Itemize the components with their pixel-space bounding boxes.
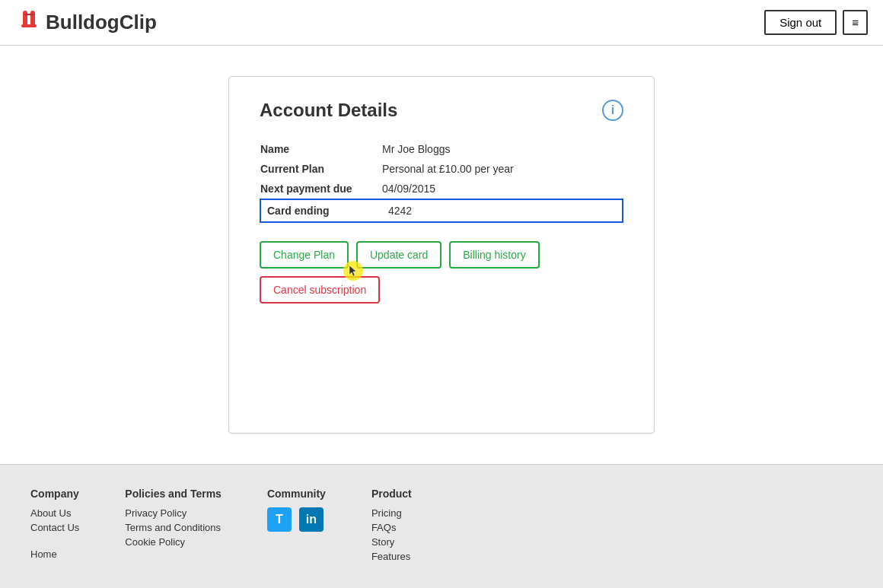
value-plan: Personal at £10.00 per year (382, 159, 623, 179)
twitter-icon[interactable]: T (267, 507, 292, 532)
footer-link-home[interactable]: Home (30, 548, 79, 560)
footer-policies-heading: Policies and Terms (125, 488, 222, 500)
footer-link-cookie[interactable]: Cookie Policy (125, 536, 222, 548)
logo-icon (15, 9, 43, 37)
header: BulldogClip Sign out ≡ (0, 0, 883, 46)
main-content: Account Details i Name Mr Joe Bloggs Cur… (0, 46, 883, 464)
billing-history-button[interactable]: Billing history (449, 241, 539, 269)
footer-link-contact[interactable]: Contact Us (30, 522, 79, 533)
table-row-name: Name Mr Joe Bloggs (260, 139, 623, 159)
table-row-plan: Current Plan Personal at £10.00 per year (260, 159, 623, 179)
footer-link-about[interactable]: About Us (30, 507, 79, 519)
logo-text: BulldogClip (46, 11, 157, 34)
footer: Company About Us Contact Us Home Policie… (0, 464, 883, 588)
svg-rect-2 (21, 24, 37, 27)
svg-rect-0 (23, 11, 27, 26)
menu-button[interactable]: ≡ (843, 10, 868, 35)
card-header: Account Details i (260, 100, 623, 121)
value-payment: 04/09/2015 (382, 179, 623, 199)
info-icon[interactable]: i (602, 100, 623, 121)
footer-community-heading: Community (267, 488, 326, 500)
logo: BulldogClip (15, 9, 157, 37)
footer-inner: Company About Us Contact Us Home Policie… (30, 488, 853, 565)
update-card-button[interactable]: Update card (356, 241, 442, 269)
card-actions: Change Plan Update card Billing history … (260, 241, 623, 304)
value-name: Mr Joe Bloggs (382, 139, 623, 159)
table-row-card: Card ending 4242 (260, 199, 623, 222)
label-payment: Next payment due (260, 179, 382, 199)
header-right: Sign out ≡ (764, 10, 868, 35)
footer-company-heading: Company (30, 488, 79, 500)
details-table: Name Mr Joe Bloggs Current Plan Personal… (260, 139, 623, 223)
label-card: Card ending (260, 199, 382, 222)
cancel-subscription-button[interactable]: Cancel subscription (260, 276, 380, 304)
footer-col-policies: Policies and Terms Privacy Policy Terms … (125, 488, 222, 565)
footer-link-pricing[interactable]: Pricing (371, 507, 412, 519)
linkedin-icon[interactable]: in (299, 507, 324, 532)
label-name: Name (260, 139, 382, 159)
footer-col-company: Company About Us Contact Us Home (30, 488, 79, 565)
social-icons: T in (267, 507, 326, 532)
footer-link-features[interactable]: Features (371, 551, 412, 562)
footer-link-story[interactable]: Story (371, 536, 412, 548)
footer-link-faqs[interactable]: FAQs (371, 522, 412, 533)
footer-col-community: Community T in (267, 488, 326, 565)
footer-col-product: Product Pricing FAQs Story Features (371, 488, 412, 565)
account-card: Account Details i Name Mr Joe Bloggs Cur… (228, 76, 655, 434)
svg-rect-1 (30, 11, 35, 26)
change-plan-button[interactable]: Change Plan (260, 241, 349, 269)
footer-link-terms[interactable]: Terms and Conditions (125, 522, 222, 533)
sign-out-button[interactable]: Sign out (764, 10, 837, 35)
svg-rect-3 (24, 14, 33, 15)
footer-link-privacy[interactable]: Privacy Policy (125, 507, 222, 519)
value-card: 4242 (382, 199, 623, 222)
footer-product-heading: Product (371, 488, 412, 500)
card-title: Account Details (260, 100, 397, 121)
table-row-payment: Next payment due 04/09/2015 (260, 179, 623, 199)
label-plan: Current Plan (260, 159, 382, 179)
